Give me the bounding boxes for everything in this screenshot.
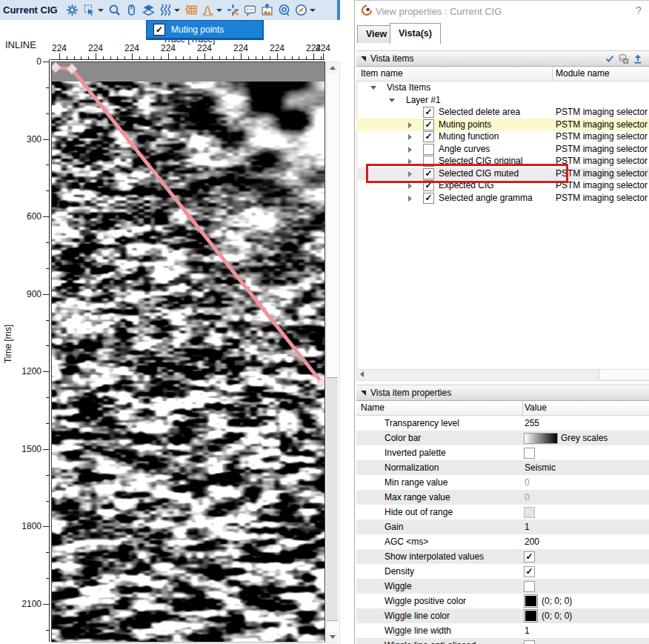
tree-row[interactable]: ✓Muting pointsPSTM imaging selector xyxy=(356,119,649,131)
expander-closed-icon[interactable] xyxy=(408,183,412,189)
column-name[interactable]: Name xyxy=(361,402,385,413)
color-swatch[interactable] xyxy=(524,609,538,623)
vista-items-column-header[interactable]: Item name Module name xyxy=(356,67,649,82)
item-checkbox[interactable]: ✓ xyxy=(423,131,434,142)
muting-point-marker[interactable] xyxy=(52,62,61,73)
expander-open-icon[interactable] xyxy=(370,86,376,90)
wiggle-traces-icon[interactable] xyxy=(158,2,173,19)
histogram-icon[interactable] xyxy=(200,2,216,19)
muting-points-checkbox[interactable]: ✓ xyxy=(153,24,165,36)
colorbar-gradient-swatch[interactable] xyxy=(524,433,558,444)
trace-grid-icon[interactable] xyxy=(183,2,199,19)
property-value[interactable]: 0 xyxy=(525,477,530,488)
property-row[interactable]: Wiggle line anti-aliased xyxy=(356,638,649,644)
property-row[interactable]: NormalizationSeismic xyxy=(356,460,649,475)
mouse-icon[interactable] xyxy=(124,2,139,19)
column-module-name[interactable]: Module name xyxy=(556,68,610,79)
property-value[interactable]: 255 xyxy=(525,418,539,428)
property-value[interactable]: 200 xyxy=(525,537,539,547)
image-export-icon[interactable] xyxy=(259,2,275,19)
select-region-dropdown-arrow[interactable] xyxy=(98,9,104,12)
column-divider[interactable] xyxy=(552,67,553,81)
property-checkbox[interactable] xyxy=(524,581,535,592)
zoom-icon[interactable] xyxy=(107,2,122,19)
histogram-dropdown-arrow[interactable] xyxy=(216,9,222,12)
scrollbar-thumb[interactable] xyxy=(599,370,649,379)
tree-row[interactable]: ✓Selected delete areaPSTM imaging select… xyxy=(356,106,649,119)
x-minor-tick xyxy=(74,56,75,59)
gear-icon[interactable] xyxy=(64,2,80,19)
property-value[interactable]: 0 xyxy=(525,492,530,502)
scrollbar-thumb[interactable] xyxy=(327,377,338,621)
property-value[interactable]: Seismic xyxy=(525,462,556,473)
check-icon[interactable] xyxy=(602,53,616,64)
compass-dropdown-arrow[interactable] xyxy=(310,9,316,12)
property-row[interactable]: Wiggle line width1 xyxy=(356,623,649,638)
vista-item-properties-section-header[interactable]: Vista item properties xyxy=(356,385,649,401)
color-swatch[interactable] xyxy=(524,594,538,608)
layers-icon[interactable] xyxy=(141,2,156,19)
vista-items-section-header[interactable]: Vista items xyxy=(356,50,649,67)
copy-database-icon[interactable] xyxy=(616,53,630,64)
property-row[interactable]: Wiggle positive color(0; 0; 0) xyxy=(356,594,649,608)
column-divider[interactable] xyxy=(522,401,523,415)
property-row[interactable]: AGC <ms>200 xyxy=(356,534,649,549)
import-icon[interactable] xyxy=(630,53,645,64)
property-row[interactable]: Show interpolated values✓ xyxy=(356,549,649,564)
column-value[interactable]: Value xyxy=(525,402,547,413)
expander-open-icon[interactable] xyxy=(389,99,395,102)
item-checkbox[interactable]: ✓ xyxy=(423,119,434,130)
properties-column-header[interactable]: Name Value xyxy=(356,401,649,416)
property-value[interactable]: 1 xyxy=(525,522,530,532)
property-row[interactable]: Hide out of range xyxy=(356,505,649,519)
compass-icon[interactable] xyxy=(293,2,309,19)
property-row[interactable]: Density✓ xyxy=(356,564,649,579)
property-row[interactable]: Wiggle xyxy=(356,579,649,594)
property-row[interactable]: Inverted palette xyxy=(356,445,649,460)
tree-row[interactable]: ✓Selected angle grammaPSTM imaging selec… xyxy=(356,192,649,205)
expander-closed-icon[interactable] xyxy=(408,122,412,128)
item-checkbox[interactable] xyxy=(423,144,434,155)
scroll-left-button[interactable] xyxy=(357,370,367,379)
column-item-name[interactable]: Item name xyxy=(361,68,403,79)
tree-row[interactable]: Angle curvesPSTM imaging selector xyxy=(356,143,649,156)
expander-closed-icon[interactable] xyxy=(408,134,412,140)
wiggle-traces-dropdown-arrow[interactable] xyxy=(174,9,180,12)
expander-closed-icon[interactable] xyxy=(408,147,412,153)
property-row[interactable]: Transparency level255 xyxy=(356,416,649,431)
property-row[interactable]: Gain1 xyxy=(356,519,649,534)
tab-vistas[interactable]: Vista(s) xyxy=(390,23,441,44)
x-major-tick xyxy=(204,53,205,59)
seek-circle-icon[interactable] xyxy=(276,2,292,19)
y-minor-tick xyxy=(46,113,49,114)
muting-line[interactable] xyxy=(56,67,322,382)
toolbar-splitter[interactable] xyxy=(337,0,340,20)
comment-icon[interactable] xyxy=(242,2,258,19)
expander-closed-icon[interactable] xyxy=(408,196,412,202)
scroll-down-button[interactable] xyxy=(327,631,338,643)
property-row[interactable]: Color barGrey scales xyxy=(356,431,649,445)
tree-horizontal-scrollbar[interactable] xyxy=(356,369,649,381)
seismic-view-panel: Current CIG INLINE Trace [Trace] Time [m… xyxy=(0,0,356,644)
item-checkbox[interactable]: ✓ xyxy=(423,193,434,204)
seismic-vertical-scrollbar[interactable] xyxy=(326,62,340,643)
crosshair-icon[interactable] xyxy=(225,2,241,19)
scroll-up-button[interactable] xyxy=(327,62,338,73)
property-checkbox[interactable]: ✓ xyxy=(524,551,535,562)
seismic-image-area[interactable] xyxy=(51,62,325,643)
property-checkbox[interactable] xyxy=(524,640,535,644)
property-checkbox[interactable] xyxy=(524,448,535,459)
tree-row[interactable]: ✓Muting functionPSTM imaging selector xyxy=(356,130,649,143)
item-checkbox[interactable]: ✓ xyxy=(423,107,434,118)
property-checkbox[interactable]: ✓ xyxy=(524,566,535,577)
property-row[interactable]: Min range value0 xyxy=(356,475,649,490)
y-minor-tick xyxy=(46,165,49,165)
tree-row[interactable]: Vista Items xyxy=(356,82,649,94)
help-button[interactable]: ? xyxy=(636,4,642,16)
muting-points-menu-item[interactable]: ✓ Muting points xyxy=(146,20,264,40)
select-region-icon[interactable] xyxy=(81,2,97,19)
property-value[interactable]: 1 xyxy=(525,625,530,636)
tree-row[interactable]: Layer #1 xyxy=(356,94,649,107)
property-row[interactable]: Max range value0 xyxy=(356,490,649,505)
property-row[interactable]: Wiggle line color(0; 0; 0) xyxy=(356,608,649,623)
